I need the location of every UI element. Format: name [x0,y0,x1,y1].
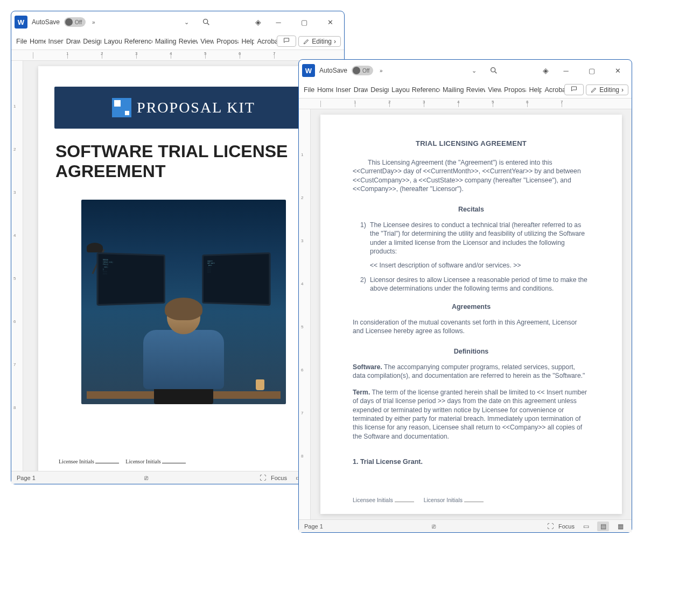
title-line-1: SOFTWARE TRIAL LICENSE [55,142,312,161]
ruler-tick: 2 [101,51,103,56]
word-app-icon: W [302,64,315,77]
licensor-initials-label: Licensor Initials [125,459,160,464]
tab-file[interactable]: File [13,36,27,47]
tab-layout[interactable]: Layout [101,36,122,47]
document-title: SOFTWARE TRIAL LICENSE AGREEMENT [55,142,312,181]
status-bar: Page 1 ⎚ ⛶ Focus ▭ ▤ ▦ [299,519,632,532]
vertical-ruler[interactable]: 1 2 3 4 5 6 7 8 [11,61,23,471]
svg-line-3 [495,72,496,73]
tab-proposal[interactable]: Proposal [501,84,526,96]
editing-mode-button[interactable]: Editing › [298,36,341,47]
comments-button[interactable] [564,84,584,95]
chevron-right-icon: › [621,86,624,94]
svg-point-2 [491,68,495,72]
focus-icon[interactable]: ⛶ [257,473,269,483]
page-number[interactable]: Page 1 [17,475,36,481]
tab-proposal[interactable]: Proposal [214,36,239,47]
qat-overflow-icon[interactable]: » [90,19,97,25]
diamond-icon[interactable]: ◈ [253,17,263,27]
document-page[interactable]: TRIAL LICENSING AGREEMENT This Licensing… [320,115,622,514]
diamond-icon[interactable]: ◈ [540,65,551,76]
ribbon-collapse-icon[interactable]: ⌄ [177,19,197,26]
titlebar: W AutoSave Off » ⌄ ◈ ─ ▢ ✕ [11,11,344,33]
print-layout-icon[interactable]: ▤ [597,521,609,531]
vruler-tick: 1 [301,152,303,157]
minimize-button[interactable]: ─ [268,14,289,30]
vruler-tick: 6 [13,319,16,324]
maximize-button[interactable]: ▢ [581,62,603,79]
accessibility-icon[interactable]: ⎚ [140,473,152,483]
vruler-tick: 4 [301,281,303,286]
tab-mailings[interactable]: Mailings [152,36,176,47]
horizontal-ruler[interactable]: 1 2 3 4 5 6 7 [299,98,632,109]
definitions-heading: Definitions [353,348,590,355]
tab-draw[interactable]: Draw [351,84,368,96]
recital-1-text: The Licensee desires to conduct a techni… [370,221,590,256]
autosave-label: AutoSave [319,67,347,74]
tab-home[interactable]: Home [314,84,333,96]
accessibility-icon[interactable]: ⎚ [428,521,439,531]
tab-acrobat[interactable]: Acrobat [254,36,277,47]
initials-row: Licensee Initials Licensor Initials [353,486,590,503]
ruler-tick: 3 [423,100,425,104]
minimize-button[interactable]: ─ [555,62,577,79]
maximize-button[interactable]: ▢ [293,14,315,30]
def-software: Software. The accompanying computer prog… [353,363,590,380]
tab-layout[interactable]: Layout [389,84,409,96]
initials-row: Licensee Initials Licensor Initials [55,459,312,464]
ruler-tick: 5 [204,51,206,56]
recitals-heading: Recitals [353,206,590,213]
close-button[interactable]: ✕ [607,62,628,79]
tab-insert[interactable]: Insert [46,36,64,47]
agreements-heading: Agreements [353,303,590,311]
read-mode-icon[interactable]: ▭ [580,521,592,531]
tab-help[interactable]: Help [239,36,254,47]
tab-references[interactable]: References [122,36,152,47]
tab-insert[interactable]: Insert [333,84,351,96]
tab-mailings[interactable]: Mailings [440,84,464,96]
banner-text: PROPOSAL KIT [137,99,255,116]
horizontal-ruler[interactable]: 1 2 3 4 5 6 7 [11,50,344,61]
tab-file[interactable]: File [301,84,314,96]
document-page[interactable]: PROPOSAL KIT SOFTWARE TRIAL LICENSE AGRE… [38,66,329,471]
tab-help[interactable]: Help [526,84,542,96]
licensee-initials-label: Licensee Initials [59,459,94,464]
focus-label[interactable]: Focus [271,475,287,481]
tab-design[interactable]: Design [368,84,389,96]
ruler-tick: 6 [239,51,241,56]
editing-mode-button[interactable]: Editing › [586,84,628,95]
tab-acrobat[interactable]: Acrobat [542,84,564,96]
ruler-tick: 6 [526,100,528,104]
tab-view[interactable]: View [485,84,501,96]
ribbon-tabs: File Home Insert Draw Design Layout Refe… [299,81,632,98]
qat-overflow-icon[interactable]: » [377,68,385,74]
focus-icon[interactable]: ⛶ [544,521,556,531]
close-button[interactable]: ✕ [319,14,341,30]
tab-references[interactable]: References [409,84,440,96]
vruler-tick: 2 [13,147,16,152]
tab-home[interactable]: Home [27,36,46,47]
autosave-toggle[interactable]: Off [64,17,86,27]
cover-image: 01010const x=1;fn(){ ret;}········ impor… [81,200,286,404]
vertical-ruler[interactable]: 1 2 3 4 5 6 7 8 [299,109,311,519]
ruler-tick: 1 [354,100,356,104]
vruler-tick: 8 [301,454,303,459]
focus-label[interactable]: Focus [558,523,575,530]
tab-review[interactable]: Review [464,84,485,96]
vruler-tick: 1 [13,104,16,109]
recital-2: 2) Licensor desires to allow Licensee a … [353,276,590,293]
tab-review[interactable]: Review [176,36,198,47]
ribbon-collapse-icon[interactable]: ⌄ [464,67,484,74]
proposal-kit-logo-icon [112,98,131,117]
page-number[interactable]: Page 1 [304,523,323,530]
proposal-kit-banner: PROPOSAL KIT [54,87,313,129]
autosave-toggle[interactable]: Off [352,66,373,75]
tab-draw[interactable]: Draw [64,36,81,47]
search-icon[interactable] [201,17,212,27]
tab-view[interactable]: View [198,36,214,47]
web-layout-icon[interactable]: ▦ [614,521,626,531]
search-icon[interactable] [488,65,499,76]
comments-button[interactable] [277,36,296,47]
tab-design[interactable]: Design [80,36,101,47]
cup-graphic [256,379,264,390]
